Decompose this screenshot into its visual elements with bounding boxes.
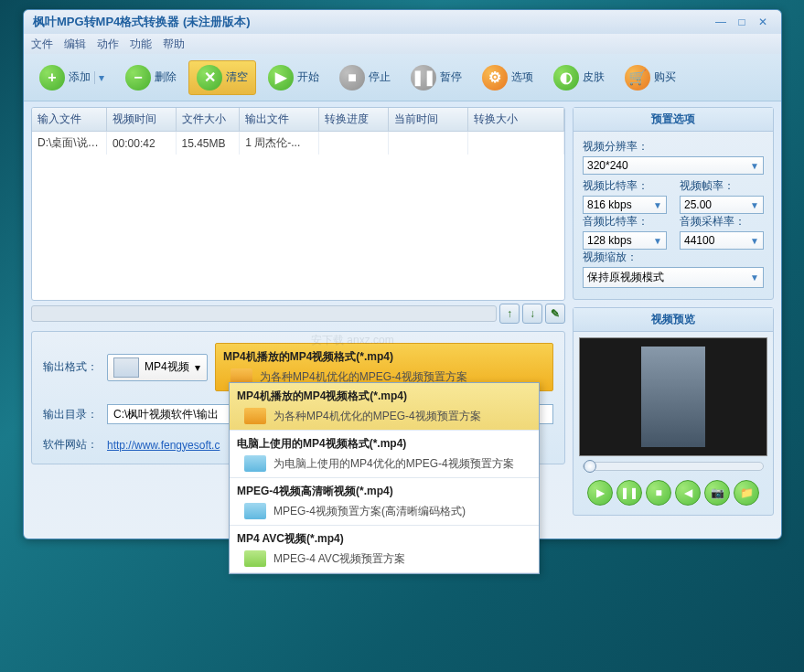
fps-label: 视频帧率：: [680, 178, 764, 194]
skin-button[interactable]: ◐皮肤: [545, 60, 613, 95]
pause-preview-button[interactable]: ❚❚: [616, 480, 642, 506]
move-down-button[interactable]: ↓: [522, 304, 542, 324]
format-option[interactable]: 电脑上使用的MP4视频格式(*.mp4)为电脑上使用的MP4优化的MPEG-4视…: [230, 431, 539, 478]
slider-thumb[interactable]: [584, 460, 596, 473]
format-option[interactable]: MPEG-4视频高清晰视频(*.mp4)MPEG-4视频预置方案(高清晰编码格式…: [230, 478, 539, 526]
folder-icon: [244, 455, 266, 472]
chevron-down-icon: ▼: [653, 200, 662, 210]
col-input[interactable]: 输入文件: [32, 108, 106, 132]
minus-icon: −: [125, 65, 151, 91]
edit-button[interactable]: ✎: [545, 304, 565, 324]
samplerate-label: 音频采样率：: [680, 214, 764, 229]
close-button[interactable]: ✕: [754, 16, 772, 29]
menu-help[interactable]: 帮助: [163, 37, 185, 52]
menu-file[interactable]: 文件: [31, 37, 53, 52]
col-progress[interactable]: 转换进度: [319, 108, 389, 132]
seek-slider[interactable]: [583, 462, 764, 471]
dir-label: 输出目录：: [43, 407, 100, 422]
col-duration[interactable]: 视频时间: [106, 108, 176, 132]
stop-preview-button[interactable]: ■: [646, 480, 671, 506]
menu-edit[interactable]: 编辑: [64, 37, 86, 52]
col-time[interactable]: 当前时间: [389, 108, 468, 132]
play-button[interactable]: ▶: [587, 480, 613, 506]
format-label: 输出格式：: [43, 359, 100, 375]
resolution-label: 视频分辨率：: [583, 139, 764, 155]
minimize-button[interactable]: —: [712, 16, 730, 29]
window-title: 枫叶MPG转MP4格式转换器 (未注册版本): [33, 14, 251, 30]
snapshot-button[interactable]: 📷: [704, 480, 730, 506]
menu-action[interactable]: 动作: [97, 37, 119, 52]
preset-title: 预置选项: [574, 108, 773, 132]
chevron-down-icon: ▼: [750, 272, 759, 283]
chevron-down-icon: ▼: [750, 161, 759, 171]
stop-button[interactable]: ■停止: [331, 60, 399, 95]
fps-select[interactable]: 25.00▼: [680, 196, 764, 214]
preview-thumbnail: [641, 347, 705, 447]
pause-icon: ❚❚: [411, 65, 436, 91]
table-row[interactable]: D:\桌面\说明... 00:00:42 15.45MB 1 周杰伦-...: [32, 132, 564, 155]
vbitrate-label: 视频比特率：: [583, 178, 667, 194]
preview-panel: 视频预览 ▶ ❚❚ ■ ◀ 📷 📁: [573, 307, 774, 516]
skin-icon: ◐: [553, 65, 579, 91]
folder-button[interactable]: 📁: [734, 480, 759, 506]
play-icon: ▶: [268, 65, 294, 91]
file-table: 输入文件 视频时间 文件大小 输出文件 转换进度 当前时间 转换大小 D:\桌面…: [31, 107, 565, 301]
plus-icon: +: [39, 65, 65, 91]
pause-button[interactable]: ❚❚暂停: [402, 60, 470, 95]
move-up-button[interactable]: ↑: [499, 304, 520, 324]
cart-icon: 🛒: [625, 65, 650, 91]
resolution-select[interactable]: 320*240▼: [583, 156, 764, 175]
chevron-down-icon: ▼: [653, 236, 662, 246]
video-icon: [113, 357, 139, 378]
prev-button[interactable]: ◀: [675, 480, 701, 506]
delete-button[interactable]: −删除: [117, 60, 185, 95]
format-option[interactable]: MP4机播放的MP4视频格式(*.mp4)为各种MP4机优化的MPEG-4视频预…: [230, 383, 539, 431]
options-button[interactable]: ⚙选项: [474, 60, 541, 95]
chevron-down-icon: ▾: [195, 361, 200, 374]
menubar: 文件 编辑 动作 功能 帮助: [24, 34, 781, 54]
maximize-button[interactable]: □: [733, 16, 751, 29]
preview-title: 视频预览: [574, 308, 773, 332]
titlebar: 枫叶MPG转MP4格式转换器 (未注册版本) — □ ✕: [24, 10, 781, 34]
abitrate-label: 音频比特率：: [583, 214, 667, 229]
folder-icon: [244, 408, 266, 424]
gear-icon: ⚙: [482, 65, 508, 91]
scale-label: 视频缩放：: [583, 250, 764, 265]
preset-panel: 预置选项 视频分辨率： 320*240▼ 视频比特率： 816 kbps▼ 视频…: [573, 107, 774, 300]
format-option[interactable]: MP4 AVC视频(*.mp4)MPEG-4 AVC视频预置方案: [230, 526, 539, 573]
col-size[interactable]: 文件大小: [176, 108, 240, 132]
start-button[interactable]: ▶开始: [260, 60, 327, 95]
add-button[interactable]: +添加▾: [31, 60, 113, 95]
abitrate-select[interactable]: 128 kbps▼: [583, 231, 667, 250]
col-output[interactable]: 输出文件: [240, 108, 319, 132]
stop-icon: ■: [339, 65, 365, 91]
chevron-down-icon: ▼: [750, 200, 759, 210]
vbitrate-select[interactable]: 816 kbps▼: [583, 196, 667, 214]
chevron-down-icon[interactable]: ▾: [94, 71, 105, 84]
format-dropdown-popup: MP4机播放的MP4视频格式(*.mp4)为各种MP4机优化的MPEG-4视频预…: [229, 382, 540, 574]
folder-icon: [244, 503, 266, 519]
samplerate-select[interactable]: 44100▼: [680, 231, 764, 250]
clear-button[interactable]: ✕清空: [188, 60, 256, 95]
col-outsize[interactable]: 转换大小: [468, 108, 564, 132]
site-label: 软件网站：: [43, 437, 100, 453]
buy-button[interactable]: 🛒购买: [616, 60, 684, 95]
toolbar: +添加▾ −删除 ✕清空 ▶开始 ■停止 ❚❚暂停 ⚙选项 ◐皮肤 🛒购买: [24, 54, 781, 101]
format-type-select[interactable]: MP4视频 ▾: [107, 354, 208, 381]
chevron-down-icon: ▼: [750, 236, 759, 246]
website-link[interactable]: http://www.fengyesoft.c: [107, 439, 220, 452]
scale-select[interactable]: 保持原视频模式▼: [583, 267, 764, 288]
preview-video: [579, 337, 767, 456]
menu-function[interactable]: 功能: [130, 37, 152, 52]
folder-icon: [244, 550, 266, 567]
horizontal-scrollbar[interactable]: [31, 305, 497, 322]
clear-icon: ✕: [197, 65, 222, 91]
